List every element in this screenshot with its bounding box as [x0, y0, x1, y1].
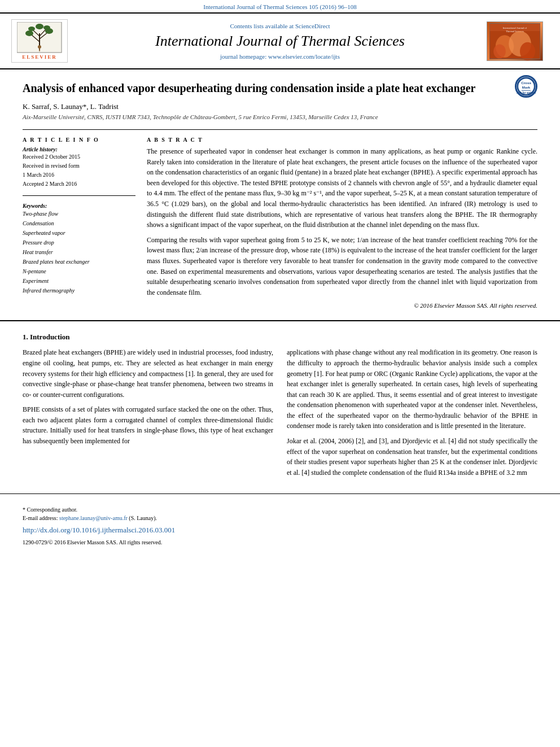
- received-date: Received 2 October 2015 Received in revi…: [23, 152, 135, 189]
- svg-point-6: [25, 30, 33, 36]
- svg-point-8: [28, 27, 35, 31]
- divider-info: [23, 195, 135, 196]
- body-col-right: applications with phase change without a…: [287, 347, 537, 482]
- homepage: journal homepage: www.elsevier.com/locat…: [73, 53, 487, 60]
- history-label: Article history:: [23, 146, 135, 152]
- authors: K. Sarraf, S. Launay*, L. Tadrist: [23, 102, 537, 111]
- journal-cover-image: International Journal of Thermal Science…: [487, 21, 543, 61]
- copyright: © 2016 Elsevier Masson SAS. All rights r…: [147, 302, 537, 309]
- svg-point-10: [36, 24, 43, 29]
- keyword-item: Condensation: [23, 219, 135, 228]
- svg-text:Cross: Cross: [521, 81, 531, 85]
- keyword-item: Two-phase flow: [23, 209, 135, 219]
- elsevier-logo-container: ELSEVIER: [11, 19, 73, 63]
- intro-title: 1. Introduction: [23, 333, 537, 342]
- keyword-item: Heat transfer: [23, 247, 135, 257]
- keyword-item: Brazed plates heat exchanger: [23, 257, 135, 267]
- elsevier-text: ELSEVIER: [22, 54, 57, 60]
- svg-text:Mark: Mark: [522, 85, 531, 89]
- svg-point-20: [520, 42, 535, 60]
- affiliation: Aix-Marseille Université, CNRS, IUSTI UM…: [23, 113, 537, 120]
- footnote: * Corresponding author. E-mail address: …: [23, 505, 537, 522]
- journal-header: ELSEVIER Contents lists available at Sci…: [0, 12, 560, 69]
- journal-reference: International Journal of Thermal Science…: [0, 0, 560, 12]
- body-paragraph: Jokar et al. (2004, 2006) [2], and [3], …: [287, 436, 537, 478]
- sciencedirect-text: Contents lists available at ScienceDirec…: [73, 23, 487, 29]
- introduction-section: 1. Introduction: [0, 320, 560, 342]
- abstract-heading: A B S T R A C T: [147, 137, 537, 143]
- keyword-item: Experiment: [23, 276, 135, 286]
- abstract-text: The presence of superheated vapor in con…: [147, 146, 537, 298]
- svg-point-11: [38, 45, 41, 49]
- article-title: Analysis of enhanced vapor desuperheatin…: [23, 81, 537, 95]
- body-columns: Brazed plate heat exchangers (BPHE) are …: [0, 347, 560, 482]
- svg-point-9: [43, 25, 50, 30]
- article-history: Article history: Received 2 October 2015…: [23, 146, 135, 189]
- crossmark-circle: Cross Mark click for updates: [515, 75, 537, 98]
- elsevier-logo: ELSEVIER: [11, 19, 68, 63]
- abstract-paragraph-1: The presence of superheated vapor in con…: [147, 146, 537, 230]
- keyword-item: Pressure drop: [23, 238, 135, 247]
- body-paragraph: Brazed plate heat exchangers (BPHE) are …: [23, 347, 273, 400]
- keywords-label: Keywords:: [23, 203, 135, 209]
- doi-link[interactable]: http://dx.doi.org/10.1016/j.ijthermalsci…: [23, 526, 175, 534]
- article-section: Cross Mark click for updates Analysis of…: [0, 69, 560, 309]
- keyword-item: Infrared thermography: [23, 286, 135, 295]
- journal-cover-container: International Journal of Thermal Science…: [487, 21, 549, 61]
- article-info-column: A R T I C L E I N F O Article history: R…: [23, 137, 135, 309]
- footer-copyright: 1290-0729/© 2016 Elsevier Masson SAS. Al…: [23, 539, 537, 545]
- abstract-paragraph-2: Comparing the results with vapor superhe…: [147, 235, 537, 298]
- keywords-section: Keywords: Two-phase flowCondensationSupe…: [23, 203, 135, 295]
- abstract-column: A B S T R A C T The presence of superhea…: [147, 137, 537, 309]
- article-info-heading: A R T I C L E I N F O: [23, 137, 135, 143]
- journal-center: Contents lists available at ScienceDirec…: [73, 23, 487, 60]
- divider-1: [23, 129, 537, 130]
- keywords-list: Two-phase flowCondensationSuperheated va…: [23, 209, 135, 295]
- svg-text:International Journal of: International Journal of: [503, 26, 527, 29]
- footer: * Corresponding author. E-mail address: …: [0, 493, 560, 551]
- article-info-abstract: A R T I C L E I N F O Article history: R…: [23, 137, 537, 309]
- body-text-right: applications with phase change without a…: [287, 347, 537, 478]
- journal-title: International Journal of Thermal Science…: [73, 33, 487, 50]
- body-text-left: Brazed plate heat exchangers (BPHE) are …: [23, 347, 273, 446]
- body-paragraph: applications with phase change without a…: [287, 347, 537, 431]
- elsevier-tree-image: [17, 22, 62, 53]
- crossmark-badge: Cross Mark click for updates: [515, 75, 537, 98]
- body-paragraph: BPHE consists of a set of plates with co…: [23, 404, 273, 446]
- body-col-left: Brazed plate heat exchangers (BPHE) are …: [23, 347, 273, 482]
- keyword-item: N-pentane: [23, 267, 135, 276]
- svg-text:click for updates: click for updates: [517, 91, 536, 94]
- svg-point-21: [493, 44, 506, 58]
- keyword-item: Superheated vapor: [23, 228, 135, 238]
